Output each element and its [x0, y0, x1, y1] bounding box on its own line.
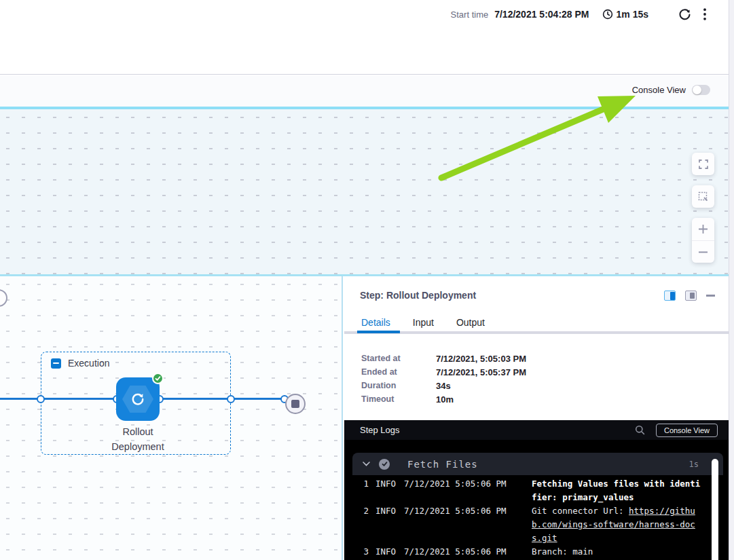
check-icon: [155, 375, 161, 381]
log-line-number: 3: [361, 545, 369, 559]
log-message-text: Git connector Url:: [532, 506, 629, 516]
execution-toolbar: Console View: [0, 75, 729, 107]
tab-details[interactable]: Details: [361, 317, 390, 328]
offscreen-node: [0, 289, 7, 307]
detail-label: Duration: [361, 381, 436, 390]
page-scrollbar-track[interactable]: [729, 0, 734, 560]
minus-icon: [698, 247, 708, 257]
step-graph-canvas[interactable]: Execution Rollout Deployment: [0, 276, 343, 560]
refresh-icon: [678, 8, 691, 21]
plus-icon: [698, 224, 708, 234]
log-timestamp: 7/12/2021 5:05:06 PM: [404, 504, 532, 518]
elapsed-time: 1m 15s: [617, 9, 648, 20]
edge-connector-dot: [227, 395, 235, 403]
console-view-toggle[interactable]: [692, 85, 710, 95]
detail-row: Duration 34s: [361, 379, 526, 392]
rollout-deployment-step-node[interactable]: [116, 377, 160, 421]
detail-value: 10m: [436, 394, 454, 405]
fit-to-screen-button[interactable]: [692, 185, 714, 208]
fullscreen-icon: [699, 160, 708, 169]
log-timestamp: 7/12/2021 5:05:06 PM: [404, 545, 532, 559]
detail-label: Started at: [361, 354, 436, 363]
log-group-header[interactable]: Fetch Files 1s: [352, 453, 723, 475]
log-message: Branch: main: [532, 545, 703, 559]
log-group-name: Fetch Files: [407, 459, 478, 470]
rollout-icon: [130, 392, 145, 407]
active-tab-underline: [357, 331, 400, 333]
detail-row: Started at 7/12/2021, 5:05:03 PM: [361, 352, 526, 365]
pipeline-end-node[interactable]: [285, 394, 306, 414]
detail-tabs: Details Input Output: [361, 317, 485, 328]
detail-value: 34s: [436, 381, 451, 391]
search-icon[interactable]: [635, 425, 645, 435]
step-logs-bar: Step Logs Console View: [344, 420, 729, 440]
log-line: 3 INFO 7/12/2021 5:05:06 PM Branch: main: [344, 545, 729, 559]
console-scrollbar[interactable]: [712, 459, 718, 560]
tab-input[interactable]: Input: [413, 317, 434, 328]
top-bar: Start time 7/12/2021 5:04:28 PM 1m 15s: [0, 0, 729, 75]
tabs-divider: [344, 331, 729, 334]
stop-icon: [291, 400, 299, 408]
start-time-value: 7/12/2021 5:04:28 PM: [494, 9, 589, 20]
edge-connector-dot: [37, 395, 45, 403]
tab-output[interactable]: Output: [456, 317, 485, 328]
zoom-out-button[interactable]: [692, 240, 714, 263]
log-console: Fetch Files 1s 1 INFO 7/12/2021 5:05:06 …: [344, 440, 729, 560]
detail-label: Timeout: [361, 394, 436, 404]
detail-label: Ended at: [361, 367, 436, 377]
start-time-label: Start time: [451, 10, 489, 20]
step-details-panel: Step: Rollout Deployment Details Input O…: [344, 276, 729, 560]
toggle-knob: [693, 86, 701, 94]
log-lines: 1 INFO 7/12/2021 5:05:06 PM Fetching Val…: [344, 477, 729, 559]
detail-row: Ended at 7/12/2021, 5:05:37 PM: [361, 365, 526, 379]
refresh-button[interactable]: [677, 7, 693, 22]
fit-selection-icon: [698, 191, 708, 202]
zoom-in-button[interactable]: [692, 218, 714, 240]
success-badge: [152, 373, 164, 384]
pipeline-execution-page: Start time 7/12/2021 5:04:28 PM 1m 15s C…: [0, 0, 734, 560]
log-level: INFO: [375, 504, 404, 518]
layout-right-panel-icon[interactable]: [664, 291, 676, 301]
log-message: Fetching Values files with identifier: p…: [532, 477, 703, 504]
fullscreen-button[interactable]: [692, 153, 714, 175]
clock-icon: [602, 9, 613, 20]
log-line-number: 2: [361, 504, 369, 518]
minimize-panel-icon[interactable]: [706, 295, 715, 297]
detail-value: 7/12/2021, 5:05:37 PM: [436, 367, 526, 377]
layout-floating-panel-icon[interactable]: [685, 291, 697, 301]
log-line: 1 INFO 7/12/2021 5:05:06 PM Fetching Val…: [344, 477, 729, 504]
execution-group-label: Execution: [68, 358, 109, 369]
log-message: Git connector Url: https://github.com/wi…: [532, 504, 703, 545]
log-group-duration: 1s: [689, 460, 699, 469]
console-view-button[interactable]: Console View: [656, 424, 718, 437]
log-level: INFO: [375, 477, 404, 491]
log-timestamp: 7/12/2021 5:05:06 PM: [404, 477, 532, 491]
step-logs-title: Step Logs: [360, 425, 400, 435]
more-options-button[interactable]: [702, 7, 708, 22]
log-group-success-icon: [379, 459, 390, 470]
step-detail-fields: Started at 7/12/2021, 5:05:03 PM Ended a…: [361, 352, 526, 406]
kebab-menu-icon: [703, 8, 706, 20]
step-node-label: Rollout Deployment: [97, 424, 179, 454]
detail-value: 7/12/2021, 5:05:03 PM: [436, 354, 526, 364]
log-line: 2 INFO 7/12/2021 5:05:06 PM Git connecto…: [344, 504, 729, 545]
panel-title: Step: Rollout Deployment: [360, 290, 476, 301]
stage-graph-canvas[interactable]: [0, 109, 729, 274]
collapse-group-button[interactable]: [51, 358, 61, 369]
console-view-label: Console View: [632, 85, 686, 95]
chevron-down-icon: [363, 462, 370, 466]
log-line-number: 1: [361, 477, 369, 491]
detail-row: Timeout 10m: [361, 392, 526, 406]
log-level: INFO: [375, 545, 404, 559]
